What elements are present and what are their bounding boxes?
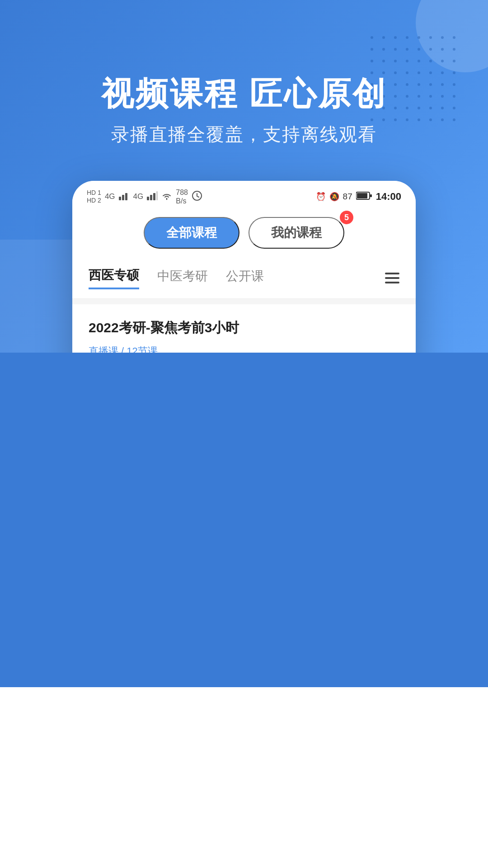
category-zhongyi[interactable]: 中医考研: [157, 268, 208, 288]
status-time: 14:00: [376, 191, 401, 203]
hero-subtitle: 录播直播全覆盖，支持离线观看: [0, 122, 488, 147]
status-bar: HD 1 HD 2 4G 4G 788 B/s: [72, 181, 416, 210]
tab-my-courses[interactable]: 我的课程: [249, 217, 344, 249]
category-gongkai[interactable]: 公开课: [226, 268, 264, 288]
mute-icon: 🔕: [329, 192, 339, 202]
wifi-icon: [161, 191, 172, 203]
signal-bars-1: [119, 191, 130, 203]
signal-4g-1: 4G: [105, 192, 115, 201]
my-courses-badge: 5: [340, 211, 353, 224]
svg-rect-0: [119, 197, 121, 200]
svg-rect-2: [125, 193, 127, 200]
tab-bar: 全部课程 我的课程 5: [72, 210, 416, 258]
course-list: 2022考研-聚焦考前3小时 直播课 / 12节课 顾艳南: [72, 299, 416, 353]
speed-label: 788 B/s: [176, 188, 188, 205]
svg-rect-10: [370, 194, 372, 197]
hd1-label: HD 1 HD 2: [87, 189, 101, 204]
course-title-1: 2022考研-聚焦考前3小时: [89, 319, 399, 337]
course-tag-1: 直播课 / 12节课: [89, 345, 158, 353]
tab-all-courses[interactable]: 全部课程: [144, 217, 239, 249]
svg-rect-5: [153, 193, 155, 200]
my-courses-wrapper: 我的课程 5: [249, 217, 344, 249]
signal-4g-2: 4G: [133, 192, 144, 201]
battery-percent: 87: [343, 192, 352, 202]
category-xiyi[interactable]: 西医专硕: [89, 267, 139, 289]
svg-rect-4: [150, 195, 152, 200]
menu-icon[interactable]: [385, 273, 399, 283]
svg-rect-1: [122, 195, 124, 200]
hero-title: 视频课程 匠心原创: [0, 72, 488, 116]
svg-rect-9: [357, 193, 367, 198]
signal-extra-icon: [192, 191, 202, 203]
svg-rect-3: [147, 197, 149, 200]
signal-bars-2: [147, 191, 158, 203]
battery-icon-svg: [356, 191, 372, 203]
course-meta-1: 直播课 / 12节课: [89, 344, 399, 353]
status-left: HD 1 HD 2 4G 4G 788 B/s: [87, 188, 202, 205]
category-nav: 西医专硕 中医考研 公开课: [72, 258, 416, 299]
svg-rect-6: [156, 191, 158, 200]
course-card-1[interactable]: 2022考研-聚焦考前3小时 直播课 / 12节课 顾艳南: [72, 304, 416, 353]
bottom-background: [0, 687, 488, 868]
hero-section: 视频课程 匠心原创 录播直播全覆盖，支持离线观看 HD 1 HD 2 4G 4G: [0, 0, 488, 353]
alarm-icon: ⏰: [316, 192, 326, 202]
phone-mockup: HD 1 HD 2 4G 4G 788 B/s: [72, 181, 416, 353]
status-right: ⏰ 🔕 87 14:00: [316, 191, 401, 203]
